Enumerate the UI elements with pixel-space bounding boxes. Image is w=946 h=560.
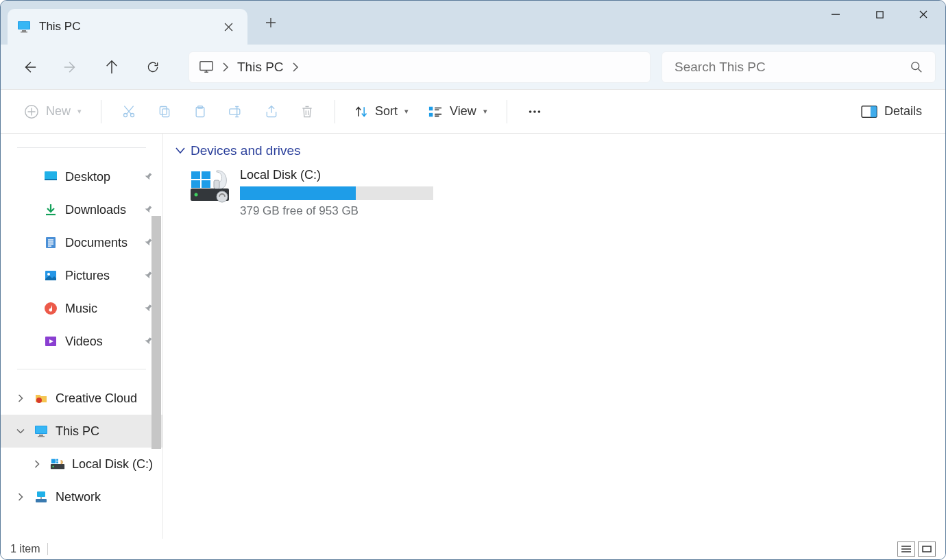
chevron-down-icon: ▾	[404, 107, 409, 116]
svg-rect-14	[230, 108, 240, 114]
folder-icon	[34, 391, 49, 406]
sidebar-item-network[interactable]: Network	[1, 480, 162, 513]
svg-rect-31	[36, 426, 47, 433]
svg-rect-3	[21, 32, 27, 33]
cut-button[interactable]	[112, 98, 145, 125]
svg-point-19	[537, 110, 540, 113]
sidebar-item-local-disk[interactable]: Local Disk (C:)	[1, 448, 162, 480]
separator	[47, 543, 48, 555]
paste-button[interactable]	[184, 98, 217, 125]
view-label: View	[450, 104, 476, 119]
chevron-right-icon[interactable]	[14, 493, 27, 501]
search-icon	[910, 61, 923, 73]
svg-rect-45	[191, 180, 200, 188]
minimize-button[interactable]	[814, 1, 858, 28]
svg-rect-44	[202, 171, 210, 179]
share-button[interactable]	[255, 98, 288, 125]
rename-button[interactable]	[219, 98, 252, 125]
sidebar-item-videos[interactable]: Videos	[1, 325, 162, 358]
details-pane-button[interactable]: Details	[853, 98, 930, 125]
separator	[507, 100, 507, 123]
drive-item-local-disk[interactable]: Local Disk (C:) 379 GB free of 953 GB	[175, 168, 933, 218]
svg-rect-23	[45, 179, 57, 180]
status-bar: 1 item	[1, 539, 945, 559]
details-label: Details	[884, 104, 922, 119]
back-button[interactable]	[10, 52, 49, 82]
scrollbar[interactable]	[151, 216, 161, 449]
item-count: 1 item	[10, 543, 40, 555]
separator	[17, 369, 146, 369]
chevron-down-icon[interactable]	[14, 428, 27, 435]
sidebar-item-label: This PC	[56, 424, 99, 439]
view-icon	[428, 105, 443, 119]
delete-button[interactable]	[291, 98, 324, 125]
separator	[101, 100, 101, 123]
group-header-devices[interactable]: Devices and drives	[175, 143, 933, 158]
svg-rect-38	[56, 461, 58, 463]
sidebar-item-pictures[interactable]: Pictures	[1, 259, 162, 292]
chevron-right-icon[interactable]	[31, 460, 43, 468]
chevron-right-icon[interactable]	[292, 62, 299, 72]
svg-rect-37	[56, 459, 58, 461]
chevron-right-icon[interactable]	[14, 394, 27, 402]
svg-rect-15	[429, 106, 433, 110]
breadcrumb-this-pc[interactable]: This PC	[237, 60, 284, 75]
toolbar: New ▾ Sort ▾ View ▾ Details	[1, 90, 945, 134]
address-bar[interactable]: This PC	[189, 51, 651, 83]
svg-rect-36	[51, 459, 56, 463]
sidebar-item-label: Creative Cloud F	[56, 391, 138, 406]
drive-usage-bar	[240, 186, 433, 200]
svg-point-18	[533, 110, 536, 113]
window-controls	[814, 1, 945, 28]
sidebar-item-creative-cloud[interactable]: Creative Cloud F	[1, 382, 162, 415]
svg-rect-40	[36, 499, 47, 502]
svg-rect-1	[19, 22, 29, 29]
tab-close-button[interactable]	[219, 17, 238, 36]
disk-icon	[189, 168, 230, 202]
svg-point-42	[195, 193, 198, 197]
forward-button[interactable]	[51, 52, 90, 82]
sort-label: Sort	[375, 104, 398, 119]
chevron-down-icon	[175, 147, 185, 154]
tab-title: This PC	[39, 20, 210, 34]
monitor-icon	[199, 60, 214, 75]
pictures-icon	[43, 268, 58, 283]
tiles-view-button[interactable]	[918, 541, 936, 557]
sidebar-item-music[interactable]: Music	[1, 292, 162, 325]
sidebar-item-label: Documents	[65, 236, 128, 250]
downloads-icon	[43, 202, 58, 217]
desktop-icon	[43, 169, 58, 184]
chevron-down-icon: ▾	[77, 107, 82, 116]
details-view-button[interactable]	[897, 541, 915, 557]
search-box[interactable]	[662, 51, 936, 83]
refresh-button[interactable]	[134, 52, 172, 82]
sidebar-item-label: Pictures	[65, 269, 110, 283]
up-button[interactable]	[93, 52, 131, 82]
sidebar-item-label: Desktop	[65, 170, 110, 184]
sidebar-item-desktop[interactable]: Desktop	[1, 160, 162, 193]
view-button[interactable]: View ▾	[420, 98, 496, 125]
chevron-right-icon[interactable]	[222, 62, 229, 72]
more-button[interactable]	[518, 98, 551, 125]
sort-button[interactable]: Sort ▾	[346, 98, 417, 125]
maximize-button[interactable]	[858, 1, 901, 28]
close-button[interactable]	[901, 1, 945, 28]
separator	[17, 147, 146, 148]
copy-button[interactable]	[148, 98, 181, 125]
svg-point-35	[52, 465, 53, 467]
new-button[interactable]: New ▾	[16, 98, 90, 125]
svg-rect-21	[871, 106, 877, 117]
monitor-icon	[17, 20, 31, 34]
videos-icon	[43, 334, 58, 349]
search-input[interactable]	[675, 60, 910, 75]
sidebar-item-label: Downloads	[65, 203, 126, 217]
music-icon	[43, 301, 58, 316]
new-tab-button[interactable]	[254, 6, 287, 39]
svg-point-48	[217, 191, 228, 202]
svg-point-26	[47, 273, 50, 276]
sidebar-item-this-pc[interactable]: This PC	[1, 415, 162, 448]
sidebar-item-downloads[interactable]: Downloads	[1, 193, 162, 226]
sidebar-item-documents[interactable]: Documents	[1, 226, 162, 259]
tab-this-pc[interactable]: This PC	[8, 9, 247, 45]
group-header-label: Devices and drives	[191, 143, 301, 158]
